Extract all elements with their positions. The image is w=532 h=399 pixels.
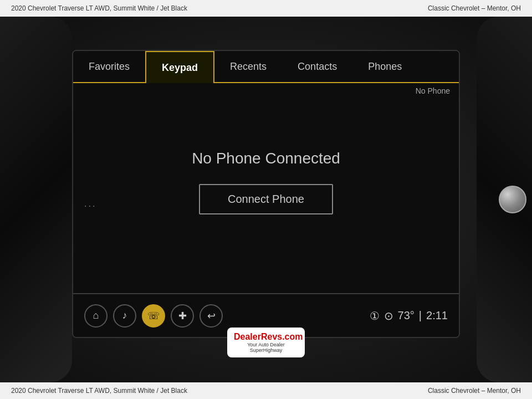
nav-music-icon[interactable]: ♪ [113,304,136,328]
bottom-right-text: Classic Chevrolet – Mentor, OH [428,387,521,395]
tab-keypad[interactable]: Keypad [145,51,214,83]
top-right-text: Classic Chevrolet – Mentor, OH [428,4,521,12]
car-left-panel [0,17,72,382]
time-display: 2:11 [426,309,448,322]
three-dots: ... [84,199,96,209]
car-right-panel [477,17,532,382]
no-phone-message: No Phone Connected [192,150,340,167]
infotainment-screen: Favorites Keypad Recents Contacts Phones… [72,50,460,338]
temperature-display: 73° [398,309,415,322]
circle-icon: ① [370,309,380,323]
dealer-name: DealerRevs.com [234,332,298,342]
top-left-text: 2020 Chevrolet Traverse LT AWD, Summit W… [11,4,187,12]
bottom-watermark-bar: 2020 Chevrolet Traverse LT AWD, Summit W… [0,382,532,399]
nav-home-icon[interactable]: ⌂ [84,304,108,328]
tab-favorites[interactable]: Favorites [73,51,145,82]
tab-contacts[interactable]: Contacts [282,51,352,82]
screen-main-content: ... No Phone Connected Connect Phone [73,83,459,325]
car-background: Favorites Keypad Recents Contacts Phones… [0,17,532,382]
nav-apps-icon[interactable]: ✚ [171,304,194,328]
time-separator: | [419,309,422,322]
nav-icons: ⌂ ♪ ☏ ✚ ↩ [73,304,223,328]
tab-bar: Favorites Keypad Recents Contacts Phones [73,51,459,83]
dealer-tagline: Your Auto Dealer SuperHighway [234,342,298,353]
chrome-knob [499,186,526,213]
connect-phone-button[interactable]: Connect Phone [199,184,333,214]
nav-back-icon[interactable]: ↩ [200,304,223,328]
nav-phone-icon[interactable]: ☏ [142,304,165,328]
dealer-logo: DealerRevs.com Your Auto Dealer SuperHig… [227,328,305,357]
top-watermark-bar: 2020 Chevrolet Traverse LT AWD, Summit W… [0,0,532,17]
tab-phones[interactable]: Phones [352,51,417,82]
gps-icon: ⊙ [384,309,393,323]
tab-recents[interactable]: Recents [214,51,282,82]
bottom-left-text: 2020 Chevrolet Traverse LT AWD, Summit W… [11,387,187,395]
status-bar: ① ⊙ 73° | 2:11 [370,309,459,323]
